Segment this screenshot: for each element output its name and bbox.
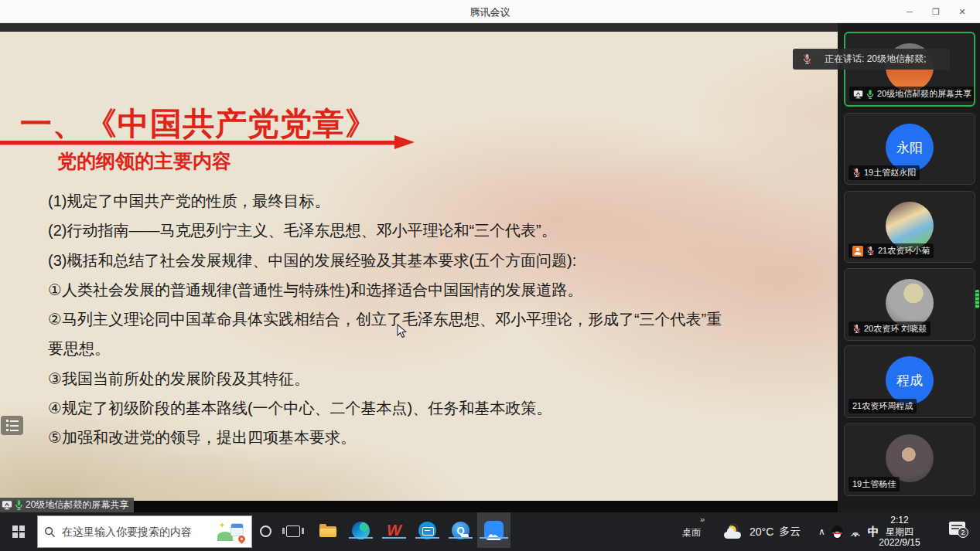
cortana-icon[interactable] <box>260 525 271 537</box>
qq-tray-icon[interactable] <box>831 525 843 539</box>
share-top-strip <box>0 23 838 32</box>
slide-line: ④规定了初级阶段的基本路线(一个中心、二个基本点)、任务和基本政策。 <box>48 398 783 427</box>
participant-label: 21农资环小菊 <box>849 243 934 258</box>
participant-tile[interactable]: 19土管杨佳 <box>844 423 975 496</box>
window-title: 腾讯会议 <box>0 5 980 19</box>
screen-share-icon <box>2 500 12 510</box>
desktop-toolbar-label[interactable]: 桌面 <box>682 526 701 539</box>
participant-label: 21农资环周程成 <box>849 399 917 413</box>
avatar-initials: 程成 <box>886 356 934 404</box>
red-arrow-line <box>0 141 396 145</box>
taskbar-search[interactable]: ✦ <box>37 515 252 548</box>
sidebar-scrollbar-thumb[interactable] <box>975 290 979 308</box>
netdisk-button[interactable] <box>411 512 444 548</box>
participant-label: 20农资环 刘晓燚 <box>849 321 930 336</box>
slide-line: ①人类社会发展的普通规律(普通性与特殊性)和选择适合中国国情的发展道路。 <box>48 280 783 309</box>
mic-muted-icon <box>852 168 861 178</box>
mic-muted-icon <box>802 53 812 65</box>
folder-icon <box>319 524 336 537</box>
close-icon[interactable]: ✕ <box>949 0 975 23</box>
screen-share-banner[interactable]: 20级地信郝燚的屏幕共享 <box>0 498 134 512</box>
slide-nav-button[interactable] <box>1 416 23 435</box>
tencent-meeting-window: 腾讯会议 ─ ❐ ✕ 一、《中国共产党党章》 党的纲领的主要内容 (1)规定了中… <box>0 0 980 551</box>
avatar <box>886 279 934 327</box>
participant-label: 19土管杨佳 <box>849 477 900 491</box>
mic-muted-icon <box>852 324 861 334</box>
list-icon <box>6 420 19 431</box>
participant-label: 19土管赵永阳 <box>849 165 920 180</box>
slide-line: (3)概括和总结了社会发展规律、中国的发展经验及其基本要求(五个方面问题): <box>48 250 783 280</box>
weather-temperature: 20°C <box>750 525 773 538</box>
slide-subtitle: 党的纲领的主要内容 <box>57 148 231 174</box>
wps-office-button[interactable]: W <box>377 512 411 548</box>
file-explorer-button[interactable] <box>311 512 344 548</box>
speaking-indicator-text: 正在讲话: 20级地信郝燚; <box>825 53 926 66</box>
mic-on-icon <box>15 499 23 511</box>
system-tray: ∧ 中 <box>818 512 879 551</box>
search-highlights-icon[interactable]: ✦ <box>217 521 245 542</box>
weather-widget[interactable]: 20°C 多云 <box>724 512 801 551</box>
participant-tile[interactable]: 21农资环小菊 <box>844 191 975 263</box>
network-signal-icon[interactable] <box>849 526 862 538</box>
clock-time: 2:12 <box>874 515 925 526</box>
weather-cloudy-night-icon <box>724 524 744 539</box>
slide-line: ②马列主义理论同中国革命具体实践相结合，创立了毛泽东思想、邓小平理论，形成了“三… <box>48 309 783 338</box>
restore-icon[interactable]: ❐ <box>923 0 949 23</box>
slide-line: (2)行动指南——马克思列宁主义、毛泽东思想、邓小平理论和“三个代表”。 <box>48 220 783 250</box>
clock-date: 2022/9/15 <box>874 537 925 549</box>
share-banner-label: 20级地信郝燚的屏幕共享 <box>26 498 128 512</box>
slide-line: 要思想。 <box>48 338 783 368</box>
screen-share-icon <box>853 90 863 99</box>
taskbar-clock[interactable]: 2:12 星期四 2022/9/15 <box>874 515 925 549</box>
windows-logo-icon <box>12 525 25 538</box>
start-button[interactable] <box>0 512 37 551</box>
participant-tile[interactable]: 程成 21农资环周程成 <box>844 345 975 418</box>
action-center-button[interactable]: 2 <box>949 522 965 535</box>
member-badge-icon <box>852 246 863 257</box>
tray-chevron-up-icon[interactable]: ∧ <box>818 526 825 537</box>
search-icon <box>44 526 56 538</box>
avatar <box>886 202 934 250</box>
weather-condition: 多云 <box>779 525 801 539</box>
slide-line: (1)规定了中国共产党的性质，最终目标。 <box>48 191 783 220</box>
participant-tile[interactable]: 永阳 19土管赵永阳 <box>844 113 975 185</box>
search-input[interactable] <box>62 525 217 538</box>
slide-body: (1)规定了中国共产党的性质，最终目标。 (2)行动指南——马克思列宁主义、毛泽… <box>48 191 783 457</box>
avatar-initials: 永阳 <box>886 124 934 172</box>
mic-on-icon <box>866 89 874 100</box>
minimize-icon[interactable]: ─ <box>896 0 923 23</box>
slide-line: ⑤加强和改进党的领导，提出四项基本要求。 <box>48 427 783 457</box>
toolbar-overflow-icon[interactable]: » <box>700 515 705 524</box>
presentation-slide: 一、《中国共产党党章》 党的纲领的主要内容 (1)规定了中国共产党的性质，最终目… <box>0 32 838 501</box>
task-view-icon[interactable] <box>286 525 300 537</box>
clock-weekday: 星期四 <box>874 526 925 538</box>
participants-sidebar: 20级地信郝燚的屏幕共享 永阳 19土管赵永阳 <box>838 23 980 512</box>
notification-badge: 2 <box>958 527 968 538</box>
speaking-indicator-toast: 正在讲话: 20级地信郝燚; <box>793 49 950 70</box>
participant-label: 20级地信郝燚的屏幕共享 <box>849 87 975 101</box>
tencent-meeting-button[interactable] <box>477 512 510 548</box>
mouse-cursor-icon <box>397 324 407 338</box>
window-controls: ─ ❐ ✕ <box>896 0 975 23</box>
pinned-apps: W Q <box>311 512 510 551</box>
edge-browser-button[interactable] <box>344 512 377 548</box>
avatar <box>886 434 934 482</box>
mic-muted-icon <box>866 246 875 256</box>
window-titlebar: 腾讯会议 ─ ❐ ✕ <box>0 0 980 23</box>
slide-title: 一、《中国共产党党章》 <box>20 103 377 145</box>
windows-taskbar: ✦ W <box>0 512 980 551</box>
slide-line: ③我国当前所处的发展阶段及其特征。 <box>48 369 783 398</box>
qq-browser-button[interactable]: Q <box>444 512 477 548</box>
red-arrow-head <box>394 135 415 149</box>
participant-tile[interactable]: 20农资环 刘晓燚 <box>844 268 975 341</box>
